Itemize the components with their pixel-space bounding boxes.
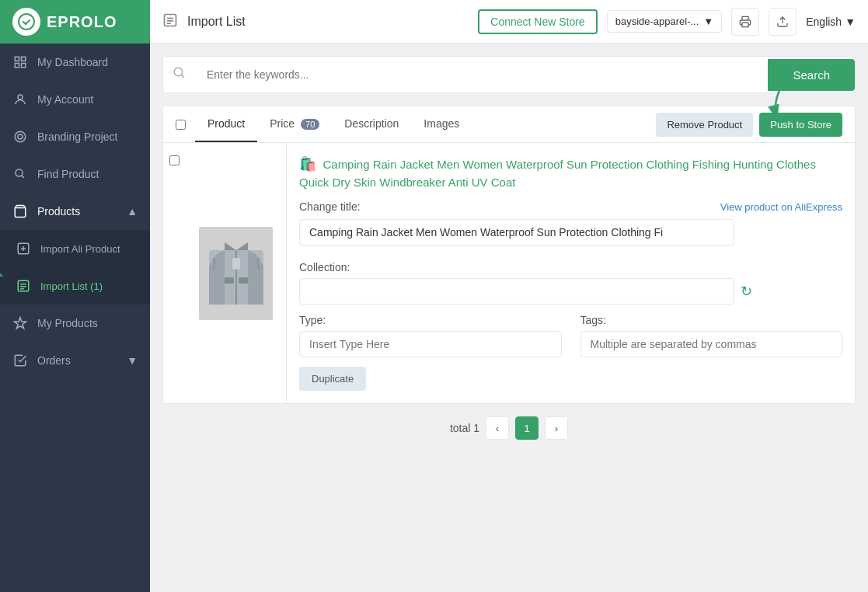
type-column: Type:: [299, 314, 562, 357]
tab-description[interactable]: Description: [332, 106, 411, 142]
type-label: Type:: [299, 314, 562, 326]
svg-point-0: [19, 14, 34, 30]
row-checkbox-col: [163, 143, 186, 403]
svg-rect-25: [232, 258, 240, 270]
type-tags-row: Type: Tags:: [299, 314, 842, 357]
svg-rect-1: [15, 57, 19, 61]
svg-point-8: [16, 169, 23, 176]
store-name: bayside-apparel-...: [615, 16, 699, 27]
tab-product[interactable]: Product: [195, 106, 257, 142]
logo-text: EPROLO: [47, 13, 117, 31]
jacket-illustration: [205, 235, 267, 312]
export-button[interactable]: [769, 8, 797, 36]
orders-icon: [12, 353, 28, 368]
sidebar-item-my-products-label: My Products: [37, 317, 98, 329]
page-title: Import List: [187, 15, 246, 29]
product-list: Product Price 70 Description Images: [162, 106, 856, 404]
title-input[interactable]: [299, 219, 734, 246]
printer-button[interactable]: [731, 8, 759, 36]
change-title-label: Change title:: [299, 200, 361, 213]
page-prev-button[interactable]: ‹: [486, 416, 509, 440]
connect-store-button[interactable]: Connect New Store: [478, 9, 597, 34]
sidebar-item-dashboard-label: My Dashboard: [37, 56, 108, 68]
svg-rect-4: [15, 64, 19, 68]
header: Import List Connect New Store bayside-ap…: [150, 0, 868, 44]
svg-rect-27: [239, 277, 248, 284]
import-ali-icon: [16, 241, 31, 256]
product-title-link[interactable]: Camping Rain Jacket Men Women Waterproof…: [299, 158, 816, 189]
chevron-down-icon: ▼: [127, 354, 138, 367]
sidebar-item-branding[interactable]: Branding Project: [0, 118, 150, 155]
sidebar-item-my-products[interactable]: My Products: [0, 305, 150, 342]
search-icon: [163, 57, 196, 92]
tab-images[interactable]: Images: [411, 106, 472, 142]
svg-point-5: [18, 95, 23, 99]
tab-description-label: Description: [344, 117, 399, 130]
arrow-annotation-2: [737, 78, 800, 120]
tab-product-label: Product: [207, 117, 245, 130]
product-checkbox[interactable]: [169, 155, 180, 165]
sidebar-item-import-ali[interactable]: Import Ali Product: [0, 230, 150, 267]
content-area: Search Product Price 70 Description Imag…: [150, 44, 868, 592]
sidebar-submenu-products: Import Ali Product Import List (1): [0, 230, 150, 305]
svg-point-21: [174, 68, 183, 76]
collection-row: Collection: ↻: [299, 261, 842, 305]
svg-rect-2: [22, 57, 26, 61]
page-next-button[interactable]: ›: [545, 416, 568, 440]
products-icon: [12, 204, 28, 219]
language-dropdown-icon: ▼: [845, 16, 856, 28]
language-selector[interactable]: English ▼: [806, 16, 856, 28]
tags-input[interactable]: [580, 331, 843, 357]
sidebar-item-find-product[interactable]: Find Product: [0, 155, 150, 193]
sidebar-logo[interactable]: EPROLO: [0, 0, 150, 44]
sidebar-item-import-list[interactable]: Import List (1): [0, 267, 150, 305]
tab-images-label: Images: [424, 117, 459, 130]
import-list-header-icon: [162, 12, 178, 31]
aliexpress-link[interactable]: View product on AliExpress: [720, 201, 842, 213]
page-1-button[interactable]: 1: [515, 416, 539, 440]
svg-rect-19: [742, 23, 748, 26]
arrow-annotation-1: [0, 263, 4, 287]
sidebar-item-orders[interactable]: Orders ▼: [0, 342, 150, 379]
my-products-icon: [12, 315, 28, 331]
refresh-icon[interactable]: ↻: [741, 283, 752, 300]
sidebar-item-dashboard[interactable]: My Dashboard: [0, 44, 150, 81]
product-details: 🛍️ Camping Rain Jacket Men Women Waterpr…: [287, 143, 855, 403]
product-emoji: 🛍️: [299, 156, 316, 172]
collection-input[interactable]: [299, 278, 734, 305]
pagination: total 1 ‹ 1 ›: [162, 404, 856, 452]
store-selector[interactable]: bayside-apparel-... ▼: [607, 10, 723, 33]
account-icon: [12, 92, 28, 107]
type-input[interactable]: [299, 331, 562, 357]
dashboard-icon: [12, 54, 28, 70]
sidebar-item-orders-label: Orders: [37, 354, 71, 367]
sidebar-item-account[interactable]: My Account: [0, 81, 150, 118]
sidebar: EPROLO My Dashboard My Account Branding …: [0, 0, 150, 592]
chevron-up-icon: ▲: [127, 205, 138, 218]
select-all-checkbox[interactable]: [176, 120, 186, 130]
sidebar-item-account-label: My Account: [37, 93, 93, 106]
sidebar-item-products[interactable]: Products ▲: [0, 193, 150, 230]
product-title-row: 🛍️ Camping Rain Jacket Men Women Waterpr…: [299, 155, 842, 191]
logo-icon: [12, 8, 40, 36]
sidebar-item-import-ali-label: Import Ali Product: [40, 243, 120, 255]
import-list-icon: [16, 278, 31, 294]
duplicate-button[interactable]: Duplicate: [299, 367, 366, 391]
tab-price[interactable]: Price 70: [257, 106, 332, 142]
find-product-icon: [12, 166, 28, 182]
svg-point-7: [18, 134, 23, 139]
sidebar-item-branding-label: Branding Project: [37, 131, 118, 143]
product-list-header: Product Price 70 Description Images: [163, 106, 855, 143]
header-actions: Remove Product Push to Store: [656, 113, 842, 137]
svg-rect-26: [225, 277, 234, 284]
total-label: total 1: [450, 422, 479, 434]
svg-point-6: [15, 131, 26, 142]
change-title-row: Change title: View product on AliExpress: [299, 200, 842, 213]
main-content: Import List Connect New Store bayside-ap…: [150, 0, 868, 592]
sidebar-item-products-label: Products: [37, 205, 80, 218]
search-input[interactable]: [196, 59, 768, 90]
product-row: 🛍️ Camping Rain Jacket Men Women Waterpr…: [163, 143, 855, 403]
product-image: [199, 227, 273, 320]
branding-icon: [12, 129, 28, 145]
tab-price-label: Price: [270, 117, 295, 130]
